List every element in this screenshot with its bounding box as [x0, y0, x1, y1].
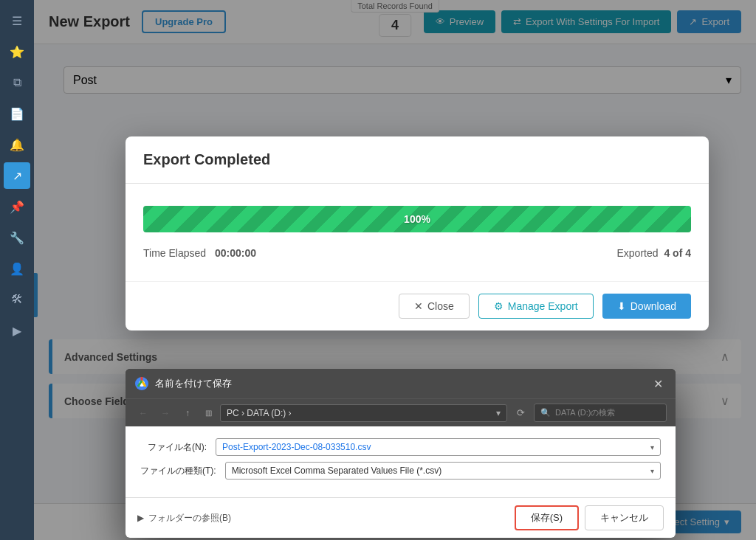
progress-text: 100%	[404, 213, 430, 225]
time-elapsed: Time Elapsed 00:00:00	[143, 247, 256, 259]
export-modal-body: 100% Time Elapsed 00:00:00 Exported 4 of…	[126, 184, 709, 281]
save-as-dialog: 名前を付けて保存 ✕ ← → ↑ ▥ PC › DATA (D:) › ▾ ⟳ …	[126, 369, 676, 538]
save-dialog-title-left: 名前を付けて保存	[134, 376, 232, 391]
path-bar[interactable]: PC › DATA (D:) › ▾	[220, 404, 507, 422]
chrome-icon	[134, 376, 149, 391]
filename-label: ファイル名(N):	[140, 441, 207, 454]
export-modal-title: Export Completed	[143, 151, 270, 167]
expand-triangle-icon: ▶	[137, 513, 144, 523]
exported-count: Exported 4 of 4	[616, 247, 691, 259]
save-dialog-title-text: 名前を付けて保存	[155, 377, 232, 390]
nav-recent-button[interactable]: ▥	[201, 406, 216, 420]
sidebar-icon-menu[interactable]: ☰	[4, 7, 30, 34]
path-text: PC › DATA (D:) ›	[227, 408, 292, 418]
save-dialog-close-button[interactable]: ✕	[649, 375, 667, 392]
time-elapsed-label: Time Elapsed	[143, 247, 206, 259]
export-completed-modal: Export Completed 100% Time Elapsed 00:00…	[126, 136, 709, 330]
filetype-dropdown-icon: ▾	[650, 467, 654, 475]
path-dropdown-icon: ▾	[496, 408, 501, 418]
time-elapsed-value: 00:00:00	[215, 247, 256, 259]
sidebar-icon-wrench[interactable]: 🔧	[4, 224, 30, 251]
folder-expand-toggle[interactable]: ▶ フォルダーの参照(B)	[137, 512, 231, 525]
export-stats: Time Elapsed 00:00:00 Exported 4 of 4	[143, 247, 691, 259]
close-button[interactable]: ✕ Close	[399, 294, 470, 319]
dialog-action-buttons: 保存(S) キャンセル	[515, 505, 664, 530]
gear-icon: ⚙	[494, 300, 504, 312]
sidebar-icon-user[interactable]: 👤	[4, 255, 30, 282]
save-dialog-body: ファイル名(N): Post-Export-2023-Dec-08-033510…	[126, 426, 676, 497]
filetype-row: ファイルの種類(T): Microsoft Excel Comma Separa…	[140, 462, 661, 480]
filetype-label: ファイルの種類(T):	[140, 465, 216, 477]
sidebar-icon-export[interactable]: ↗	[4, 162, 30, 189]
search-icon: 🔍	[540, 408, 551, 418]
folder-expand-label: フォルダーの参照(B)	[148, 512, 231, 525]
nav-back-button[interactable]: ←	[134, 404, 152, 422]
exported-label: Exported	[616, 247, 658, 259]
sidebar-icon-tools[interactable]: 🛠	[4, 286, 30, 313]
progress-bar: 100%	[143, 206, 691, 232]
save-dialog-titlebar: 名前を付けて保存 ✕	[126, 369, 676, 398]
filename-value: Post-Export-2023-Dec-08-033510.csv	[222, 442, 371, 452]
progress-bar-container: 100%	[143, 206, 691, 232]
filetype-value: Microsoft Excel Comma Separated Values F…	[232, 465, 442, 476]
export-modal-footer: ✕ Close ⚙ Manage Export ⬇ Download	[126, 281, 709, 330]
download-icon: ⬇	[617, 300, 626, 312]
filename-dropdown-icon: ▾	[650, 443, 654, 451]
nav-forward-button[interactable]: →	[157, 404, 174, 422]
filename-row: ファイル名(N): Post-Export-2023-Dec-08-033510…	[140, 438, 661, 456]
search-placeholder-text: DATA (D:)の検索	[555, 407, 615, 418]
close-x-icon: ✕	[414, 300, 423, 312]
filename-input[interactable]: Post-Export-2023-Dec-08-033510.csv ▾	[216, 438, 661, 456]
sidebar-icon-pin[interactable]: 📌	[4, 193, 30, 220]
sidebar-icon-play[interactable]: ▶	[4, 317, 30, 344]
search-bar[interactable]: 🔍 DATA (D:)の検索	[534, 404, 667, 422]
sidebar-icon-bell[interactable]: 🔔	[4, 131, 30, 158]
nav-up-button[interactable]: ↑	[179, 404, 196, 422]
filetype-select[interactable]: Microsoft Excel Comma Separated Values F…	[225, 462, 661, 480]
sidebar: ☰ ⭐ ⧉ 📄 🔔 ↗ 📌 🔧 👤 🛠 ▶	[0, 0, 34, 540]
sidebar-icon-star[interactable]: ⭐	[4, 38, 30, 65]
save-dialog-footer: ▶ フォルダーの参照(B) 保存(S) キャンセル	[126, 497, 676, 538]
exported-value: 4 of 4	[664, 247, 691, 259]
save-button[interactable]: 保存(S)	[515, 505, 579, 530]
sidebar-icon-layers[interactable]: ⧉	[4, 69, 30, 96]
save-dialog-toolbar: ← → ↑ ▥ PC › DATA (D:) › ▾ ⟳ 🔍 DATA (D:)…	[126, 398, 676, 426]
download-button[interactable]: ⬇ Download	[602, 294, 691, 319]
refresh-button[interactable]: ⟳	[512, 404, 529, 422]
manage-export-button[interactable]: ⚙ Manage Export	[478, 294, 594, 319]
cancel-button[interactable]: キャンセル	[585, 505, 664, 530]
sidebar-icon-docs[interactable]: 📄	[4, 100, 30, 127]
export-modal-header: Export Completed	[126, 136, 709, 184]
